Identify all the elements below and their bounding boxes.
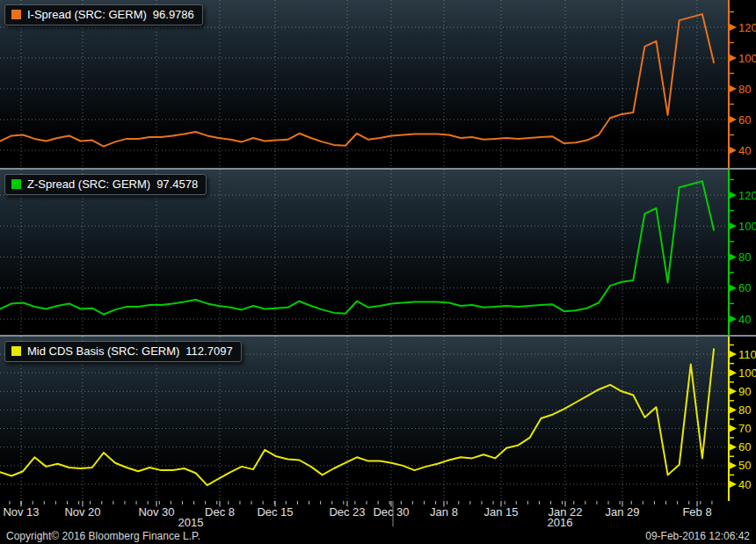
y-axis-tick-arrow-icon — [730, 192, 737, 199]
bloomberg-chart-window: 120100806040 I-Spread (SRC: GERM) 96.978… — [0, 0, 756, 544]
y-axis-tick-label: 100 — [738, 366, 756, 380]
y-axis-tick-arrow-icon — [730, 116, 737, 123]
y-axis-tick-arrow-icon — [730, 462, 737, 469]
x-axis-tick-label: Jan 8 — [430, 505, 458, 519]
y-axis-tick-label: 40 — [738, 144, 751, 157]
x-axis-tick-label: Feb 8 — [682, 505, 711, 519]
series-line — [0, 14, 714, 147]
y-axis-tick-label: 120 — [738, 21, 756, 34]
z-spread-legend[interactable]: Z-Spread (SRC: GERM) 97.4578 — [4, 174, 207, 195]
y-axis-tick-arrow-icon — [730, 406, 737, 413]
y-axis-tick-arrow-icon — [730, 285, 737, 292]
y-axis-tick-arrow-icon — [730, 254, 737, 261]
panel-z-spread: 120100806040 Z-Spread (SRC: GERM) 97.457… — [0, 170, 756, 335]
y-axis-tick-arrow-icon — [730, 369, 737, 376]
y-axis-tick-label: 60 — [738, 440, 751, 453]
mid-cds-basis-swatch-icon — [11, 346, 21, 356]
z-spread-legend-label: Z-Spread (SRC: GERM) — [27, 178, 150, 191]
i-spread-legend-value: 96.9786 — [153, 8, 194, 21]
y-axis-tick-label: 110 — [738, 348, 756, 361]
i-spread-swatch-icon — [11, 10, 21, 19]
x-axis-tick-label: Nov 20 — [64, 505, 100, 519]
y-axis-tick-arrow-icon — [730, 222, 737, 229]
y-axis-tick-arrow-icon — [730, 444, 737, 451]
x-axis-tick-label: Dec 15 — [257, 505, 293, 519]
x-axis-tick-label: Nov 13 — [3, 505, 39, 519]
mid-cds-basis-legend-value: 112.7097 — [185, 345, 232, 358]
y-axis-tick-label: 80 — [738, 83, 751, 96]
y-axis-tick-label: 90 — [738, 385, 751, 398]
panel-i-spread: 120100806040 I-Spread (SRC: GERM) 96.978… — [0, 0, 756, 168]
y-axis-tick-label: 40 — [738, 313, 751, 326]
year-label: 2016 — [548, 516, 573, 527]
y-axis-tick-label: 40 — [738, 478, 751, 491]
y-axis-tick-arrow-icon — [730, 425, 737, 432]
y-axis-tick-arrow-icon — [730, 351, 737, 358]
z-spread-legend-value: 97.4578 — [156, 178, 198, 191]
x-axis-tick-label: Nov 30 — [138, 505, 174, 519]
i-spread-legend-label: I-Spread (SRC: GERM) — [27, 8, 147, 21]
series-line — [0, 349, 714, 485]
timestamp: 09-Feb-2016 12:06:42 — [645, 530, 750, 542]
y-axis-tick-label: 100 — [738, 52, 756, 65]
y-axis-tick-arrow-icon — [730, 481, 737, 488]
y-axis-tick-label: 80 — [738, 403, 751, 417]
x-axis-tick-label: Dec 23 — [329, 505, 365, 519]
y-axis-tick-label: 60 — [738, 281, 751, 294]
copyright-text: Copyright© 2016 Bloomberg Finance L.P. — [6, 530, 200, 542]
y-axis-tick-arrow-icon — [730, 388, 737, 395]
z-spread-swatch-icon — [11, 179, 21, 189]
y-axis-tick-arrow-icon — [730, 24, 737, 31]
x-axis-tick-label: Dec 8 — [205, 505, 235, 519]
x-axis-tick-label: Jan 29 — [605, 505, 639, 519]
y-axis-tick-arrow-icon — [730, 147, 737, 154]
series-line — [0, 181, 714, 315]
y-axis-tick-label: 100 — [738, 220, 756, 233]
mid-cds-basis-legend[interactable]: Mid CDS Basis (SRC: GERM) 112.7097 — [4, 341, 242, 362]
y-axis-tick-label: 60 — [738, 113, 751, 127]
y-axis-tick-arrow-icon — [730, 54, 737, 62]
panel-mid-cds-basis: 110100908070605040 Mid CDS Basis (SRC: G… — [0, 337, 756, 501]
y-axis-tick-arrow-icon — [730, 316, 737, 323]
y-axis-tick-label: 70 — [738, 422, 751, 435]
x-axis-tick-label: Jan 15 — [483, 505, 518, 519]
y-axis-tick-label: 120 — [738, 189, 756, 202]
status-bar: Copyright© 2016 Bloomberg Finance L.P. 0… — [0, 527, 756, 544]
x-axis-tick-label: Dec 30 — [373, 505, 409, 519]
y-axis-tick-arrow-icon — [730, 85, 737, 92]
i-spread-legend[interactable]: I-Spread (SRC: GERM) 96.9786 — [4, 4, 203, 25]
x-axis: Nov 13Nov 20Nov 30Dec 8Dec 15Dec 23Dec 3… — [0, 501, 756, 527]
mid-cds-basis-legend-label: Mid CDS Basis (SRC: GERM) — [27, 345, 179, 358]
y-axis-tick-label: 80 — [738, 250, 751, 264]
year-label: 2015 — [178, 516, 204, 527]
y-axis-tick-label: 50 — [738, 459, 751, 472]
